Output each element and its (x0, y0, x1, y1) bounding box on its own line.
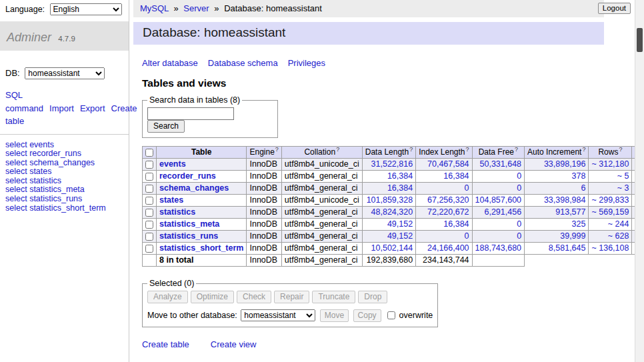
data-free-link[interactable]: 50,331,648 (480, 159, 522, 169)
rows-count-link[interactable]: ~ 312,180 (591, 159, 629, 169)
data-length-link[interactable]: 48,824,320 (371, 207, 413, 217)
rows-count-link[interactable]: ~ 628 (608, 231, 629, 241)
sidebar-select-events[interactable]: select events (5, 141, 123, 150)
sidebar-select-statistics-runs[interactable]: select statistics_runs (5, 195, 123, 204)
auto-increment-link[interactable]: 6 (581, 183, 586, 193)
breadcrumb-link-mysql[interactable]: MySQL (140, 3, 169, 13)
move-button[interactable]: Move (320, 309, 349, 322)
index-length-link[interactable]: 16,384 (443, 219, 469, 229)
index-length-link[interactable]: 0 (465, 231, 469, 241)
sidebar-select-recorder-runs[interactable]: select recorder_runs (5, 149, 123, 159)
column-help-link[interactable]: ? (582, 146, 585, 153)
breadcrumb-link-server[interactable]: Server (183, 3, 209, 13)
check-button[interactable]: Check (237, 291, 271, 303)
auto-increment-link[interactable]: 39,999 (560, 231, 585, 241)
data-free-link[interactable]: 188,743,680 (475, 243, 522, 253)
rows-count-link[interactable]: ~ 299,833 (591, 195, 629, 205)
db-nav-alter-database[interactable]: Alter database (142, 58, 198, 68)
create-table-link[interactable]: Create table (142, 339, 189, 349)
data-free-link[interactable]: 104,857,600 (475, 195, 522, 205)
rows-count-link[interactable]: ~ 569,159 (591, 207, 629, 217)
row-checkbox[interactable] (145, 233, 153, 241)
vertical-scrollbar[interactable] (635, 0, 644, 362)
db-nav-privileges[interactable]: Privileges (288, 58, 325, 68)
column-help-link[interactable]: ? (619, 146, 622, 153)
row-checkbox[interactable] (145, 245, 153, 253)
row-checkbox[interactable] (145, 185, 153, 193)
optimize-button[interactable]: Optimize (191, 291, 234, 303)
column-help-link[interactable]: ? (466, 146, 469, 153)
sidebar-action-import[interactable]: Import (49, 103, 74, 113)
data-length-link[interactable]: 31,522,816 (371, 159, 413, 169)
data-length-link[interactable]: 16,384 (387, 171, 413, 181)
data-free-link[interactable]: 0 (517, 231, 521, 241)
table-name-link[interactable]: states (159, 195, 183, 205)
sidebar-select-schema-changes[interactable]: select schema_changes (5, 159, 123, 168)
row-checkbox[interactable] (145, 221, 153, 229)
rows-count-link[interactable]: ~ 136,108 (591, 243, 629, 253)
index-length-link[interactable]: 72,220,672 (427, 207, 469, 217)
table-name-link[interactable]: statistics_meta (159, 219, 219, 229)
sidebar-select-statistics[interactable]: select statistics (5, 177, 123, 186)
row-checkbox[interactable] (145, 161, 153, 169)
drop-button[interactable]: Drop (358, 291, 387, 303)
overwrite-checkbox[interactable] (387, 311, 395, 319)
index-length-link[interactable]: 24,166,400 (427, 243, 469, 253)
table-name-link[interactable]: statistics_runs (159, 231, 218, 241)
data-length-cell: 16,384 (362, 171, 415, 183)
db-nav-database-schema[interactable]: Database schema (208, 58, 278, 68)
rows-count-link[interactable]: ~ 3 (617, 183, 629, 193)
data-length-link[interactable]: 10,502,144 (371, 243, 413, 253)
data-length-link[interactable]: 49,152 (387, 219, 413, 229)
column-help-link[interactable]: ? (409, 146, 413, 153)
row-checkbox[interactable] (145, 197, 153, 205)
sidebar-select-statistics-short-term[interactable]: select statistics_short_term (5, 204, 123, 213)
auto-increment-link[interactable]: 33,398,984 (544, 195, 586, 205)
data-length-link[interactable]: 101,859,328 (367, 195, 413, 205)
table-name-link[interactable]: events (159, 159, 186, 169)
data-length-link[interactable]: 16,384 (387, 183, 413, 193)
data-length-link[interactable]: 49,152 (387, 231, 413, 241)
repair-button[interactable]: Repair (274, 291, 309, 303)
rows-count-link[interactable]: ~ 244 (608, 219, 629, 229)
index-length-link[interactable]: 0 (465, 183, 469, 193)
db-select[interactable]: homeassistant (25, 67, 105, 79)
copy-button[interactable]: Copy (353, 309, 381, 322)
row-checkbox[interactable] (145, 209, 153, 217)
data-free-link[interactable]: 0 (517, 219, 521, 229)
table-name-link[interactable]: statistics (159, 207, 195, 217)
index-length-link[interactable]: 67,256,320 (427, 195, 469, 205)
create-view-link[interactable]: Create view (211, 339, 257, 349)
move-db-select[interactable]: homeassistant (241, 309, 315, 321)
truncate-button[interactable]: Truncate (312, 291, 355, 303)
index-length-link[interactable]: 70,467,584 (427, 159, 469, 169)
search-input[interactable] (147, 107, 234, 120)
auto-increment-link[interactable]: 913,577 (555, 207, 585, 217)
index-length-link[interactable]: 16,384 (443, 171, 469, 181)
sidebar-action-sql-command[interactable]: SQL command (5, 90, 43, 113)
auto-increment-link[interactable]: 8,581,645 (549, 243, 586, 253)
table-name-link[interactable]: recorder_runs (159, 171, 216, 181)
auto-increment-link[interactable]: 378 (572, 171, 586, 181)
sidebar-action-export[interactable]: Export (80, 103, 105, 113)
auto-increment-link[interactable]: 325 (572, 219, 586, 229)
search-button[interactable]: Search (147, 120, 185, 133)
sidebar-select-statistics-meta[interactable]: select statistics_meta (5, 185, 123, 195)
select-all-checkbox[interactable] (145, 149, 153, 157)
data-free-link[interactable]: 0 (517, 171, 521, 181)
data-free-link[interactable]: 6,291,456 (484, 207, 521, 217)
auto-increment-link[interactable]: 33,898,196 (544, 159, 586, 169)
sidebar-select-states[interactable]: select states (5, 167, 123, 177)
data-free-link[interactable]: 0 (517, 183, 521, 193)
language-select[interactable]: English (50, 3, 122, 15)
table-name-link[interactable]: statistics_short_term (159, 243, 243, 253)
column-help-link[interactable]: ? (275, 146, 279, 153)
scrollbar-thumb[interactable] (637, 28, 643, 52)
analyze-button[interactable]: Analyze (147, 291, 188, 303)
rows-count-link[interactable]: ~ 5 (617, 171, 629, 181)
logout-button[interactable]: Logout (598, 3, 631, 14)
table-name-link[interactable]: schema_changes (159, 183, 229, 193)
row-checkbox[interactable] (145, 173, 153, 181)
column-help-link[interactable]: ? (336, 146, 339, 153)
column-help-link[interactable]: ? (515, 146, 518, 153)
